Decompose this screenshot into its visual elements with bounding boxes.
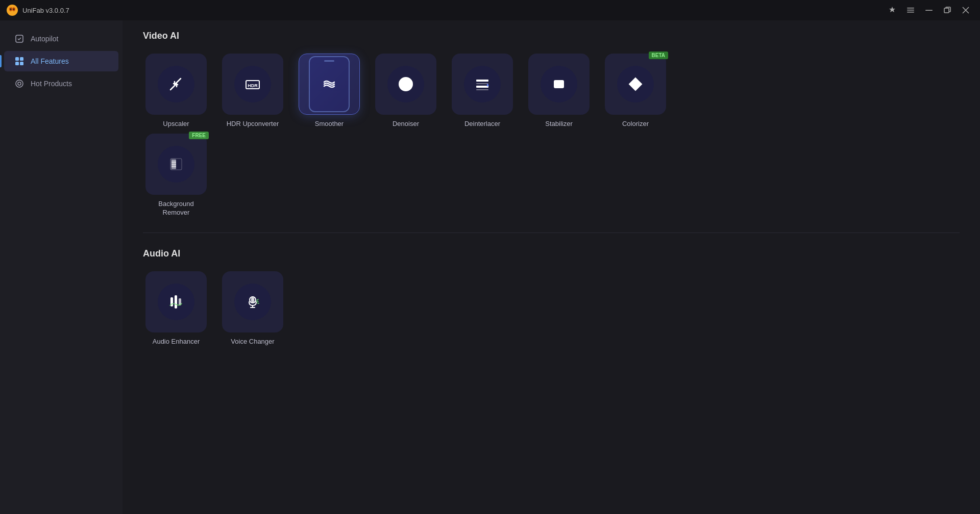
feature-label-deinterlacer: Deinterlacer (464, 120, 500, 128)
svg-point-32 (634, 83, 637, 86)
audio-enhancer-icon-circle (158, 284, 194, 320)
feature-card-upscaler[interactable]: Upscaler (143, 54, 209, 128)
titlebar-controls (884, 3, 974, 17)
svg-rect-25 (476, 86, 488, 88)
svg-rect-17 (20, 62, 23, 65)
video-ai-grid: Upscaler HDR HDR Upconverter (143, 54, 960, 128)
svg-point-0 (7, 5, 18, 16)
titlebar: UniFab v3.0.0.7 (0, 0, 980, 20)
main-layout: Autopilot All Features Hot Products (0, 20, 980, 514)
feature-label-upscaler: Upscaler (163, 120, 189, 128)
deinterlacer-icon-circle (464, 66, 501, 102)
badge-free: FREE (189, 132, 209, 139)
svg-point-5 (10, 11, 14, 13)
minimize-button[interactable] (921, 3, 937, 17)
feature-card-inner-smoother (299, 54, 360, 115)
feature-card-denoiser[interactable]: Denoiser (373, 54, 439, 128)
close-button[interactable] (958, 3, 974, 17)
svg-rect-40 (175, 295, 177, 309)
restore-button[interactable] (939, 3, 955, 17)
audio-ai-title: Audio AI (143, 248, 960, 259)
sidebar-label-autopilot: Autopilot (31, 35, 58, 43)
feature-card-hdr[interactable]: HDR HDR Upconverter (219, 54, 286, 128)
svg-rect-23 (476, 80, 488, 82)
smoother-phone (309, 56, 350, 112)
pin-button[interactable] (884, 3, 900, 17)
video-ai-grid-row2: FREE Background Remov (143, 134, 960, 217)
feature-label-colorizer: Colorizer (622, 120, 649, 128)
feature-card-inner-deinterlacer (452, 54, 513, 115)
svg-rect-43 (251, 297, 254, 302)
feature-card-bg-remover[interactable]: FREE Background Remov (143, 134, 209, 217)
feature-card-inner-hdr: HDR (222, 54, 283, 115)
sidebar-label-all-features: All Features (31, 57, 69, 65)
feature-label-denoiser: Denoiser (393, 120, 419, 128)
svg-rect-16 (15, 62, 19, 65)
svg-rect-14 (15, 57, 19, 61)
feature-card-deinterlacer[interactable]: Deinterlacer (449, 54, 516, 128)
sidebar-label-hot-products: Hot Products (31, 80, 72, 88)
voice-changer-icon-circle (234, 284, 271, 320)
svg-point-19 (18, 82, 21, 85)
svg-rect-7 (907, 10, 914, 11)
stabilizer-icon-circle (541, 66, 577, 102)
audio-ai-section: Audio AI Audio En (143, 248, 960, 346)
feature-card-smoother[interactable]: Smoother (296, 54, 362, 128)
svg-rect-8 (907, 12, 914, 13)
svg-point-3 (10, 9, 12, 10)
svg-rect-9 (925, 10, 933, 11)
feature-label-smoother: Smoother (315, 120, 344, 128)
svg-rect-15 (20, 57, 23, 61)
svg-rect-26 (476, 89, 488, 90)
bg-remover-icon-circle (158, 146, 194, 183)
feature-card-inner-stabilizer (528, 54, 590, 115)
section-divider (143, 233, 960, 233)
all-features-icon (14, 56, 24, 66)
feature-label-bg-remover: Background Remover (158, 200, 193, 217)
colorizer-icon-circle (617, 66, 654, 102)
video-ai-section: Video AI Upscaler (143, 31, 960, 217)
feature-card-inner-audio (145, 271, 207, 332)
feature-card-audio-enhancer[interactable]: Audio Enhancer (143, 271, 209, 346)
app-logo (6, 4, 18, 16)
sidebar-item-all-features[interactable]: All Features (4, 51, 118, 71)
app-title: UniFab v3.0.0.7 (22, 7, 69, 14)
feature-label-audio-enhancer: Audio Enhancer (153, 338, 200, 346)
hot-products-icon (14, 79, 24, 89)
audio-ai-grid: Audio Enhancer (143, 271, 960, 346)
autopilot-icon (14, 34, 24, 44)
svg-rect-39 (170, 297, 173, 306)
sidebar-item-autopilot[interactable]: Autopilot (4, 29, 118, 49)
feature-card-inner-denoiser (375, 54, 436, 115)
feature-label-hdr: HDR Upconverter (227, 120, 279, 128)
feature-card-inner-voice (222, 271, 283, 332)
menu-button[interactable] (902, 3, 919, 17)
feature-card-inner-bg-remover: FREE (145, 134, 207, 195)
svg-text:HDR: HDR (248, 83, 258, 88)
video-ai-title: Video AI (143, 31, 960, 41)
hdr-icon-circle: HDR (234, 66, 271, 102)
feature-card-stabilizer[interactable]: Stabilizer (526, 54, 592, 128)
svg-point-18 (16, 80, 23, 87)
feature-label-voice-changer: Voice Changer (231, 338, 274, 346)
badge-beta: BETA (649, 52, 668, 59)
feature-card-inner-upscaler (145, 54, 207, 115)
titlebar-left: UniFab v3.0.0.7 (6, 4, 69, 16)
svg-rect-24 (476, 83, 488, 84)
feature-card-voice-changer[interactable]: Voice Changer (219, 271, 286, 346)
sidebar: Autopilot All Features Hot Products (0, 20, 122, 514)
feature-card-colorizer[interactable]: BETA Colorizer (602, 54, 669, 128)
denoiser-icon-circle (387, 66, 424, 102)
content-area: Video AI Upscaler (122, 20, 980, 514)
svg-rect-6 (907, 8, 914, 9)
svg-point-4 (13, 9, 15, 10)
sidebar-item-hot-products[interactable]: Hot Products (4, 73, 118, 94)
svg-rect-10 (944, 8, 949, 13)
feature-card-inner-colorizer: BETA (605, 54, 666, 115)
upscaler-icon-circle (158, 66, 194, 102)
feature-label-stabilizer: Stabilizer (545, 120, 572, 128)
